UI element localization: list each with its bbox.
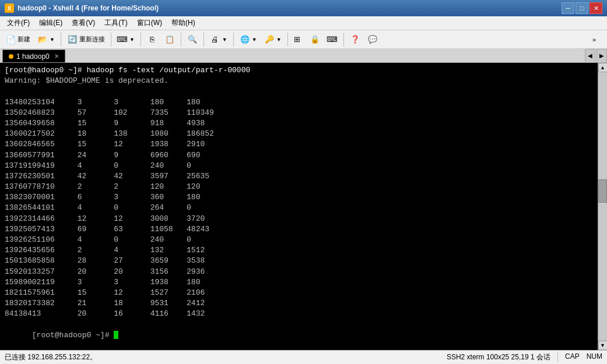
copy-button[interactable] — [144, 32, 160, 47]
tab-bar: 1 hadoop0 ✕ ◀ ▶ — [0, 49, 607, 63]
cmd-icon — [117, 34, 128, 45]
data-line-0: 13480253104 3 3 180 180 — [5, 97, 593, 108]
main-content: [root@hadoop0 ~]# hadoop fs -text /outpu… — [0, 63, 607, 350]
tab-nav-left: ◀ — [585, 49, 595, 62]
toolbar-separator-2 — [111, 33, 111, 47]
find-button[interactable] — [184, 32, 201, 47]
new-button[interactable]: 新建 — [2, 32, 33, 47]
open-button[interactable]: ▼ — [34, 32, 58, 47]
menu-help[interactable]: 帮助(H) — [167, 17, 200, 29]
new-icon — [5, 34, 16, 45]
command-line: [root@hadoop0 ~]# hadoop fs -text /outpu… — [5, 65, 593, 76]
menu-edit[interactable]: 编辑(E) — [34, 17, 67, 29]
prompt-line: [root@hadoop0 ~]# — [5, 320, 593, 351]
reconnect-button[interactable]: 重新连接 — [64, 32, 108, 47]
key-icon — [264, 34, 275, 45]
tab-hadoop0[interactable]: 1 hadoop0 ✕ — [2, 50, 65, 62]
terminal[interactable]: [root@hadoop0 ~]# hadoop fs -text /outpu… — [0, 63, 598, 350]
find-icon — [187, 34, 198, 45]
toolbar-separator-3 — [141, 33, 141, 47]
data-line-7: 13726230501 42 42 3597 25635 — [5, 171, 593, 182]
new-label: 新建 — [17, 35, 30, 44]
key-dropdown: ▼ — [276, 37, 282, 43]
menu-file[interactable]: 文件(F) — [2, 17, 34, 29]
maximize-button[interactable]: □ — [576, 2, 588, 14]
open-dropdown-icon: ▼ — [50, 37, 55, 43]
data-line-5: 13660577991 24 9 6960 690 — [5, 150, 593, 161]
toolbar-separator-1 — [61, 33, 61, 47]
data-line-15: 15013685858 28 27 3659 3538 — [5, 256, 593, 266]
data-line-6: 13719199419 4 0 240 0 — [5, 161, 593, 171]
chat-icon — [367, 34, 378, 45]
toolbar-more-button[interactable]: » — [590, 32, 605, 47]
data-line-8: 13760778710 2 2 120 120 — [5, 182, 593, 192]
print-icon — [210, 34, 220, 45]
chat-button[interactable] — [364, 32, 381, 47]
data-line-13: 13926251106 4 0 240 0 — [5, 235, 593, 245]
scrollbar[interactable]: ▲ ▼ — [598, 63, 607, 350]
data-line-2: 13560439658 15 9 918 4938 — [5, 118, 593, 129]
menu-tools[interactable]: 工具(T) — [100, 17, 132, 29]
data-line-19: 18320173382 21 18 9531 2412 — [5, 298, 593, 309]
tab-indicator — [9, 54, 13, 59]
toolbar-separator-6 — [233, 33, 234, 47]
minimize-button[interactable]: ─ — [562, 2, 574, 14]
keyboard-icon: ⌨ — [327, 35, 338, 44]
cmd-dropdown: ▼ — [129, 37, 135, 43]
toolbar-separator-8 — [343, 33, 344, 47]
lock-button[interactable]: 🔒 — [307, 32, 322, 47]
tab-close-button[interactable]: ✕ — [54, 53, 59, 59]
lock-icon: 🔒 — [310, 35, 320, 44]
data-line-20: 84138413 20 16 4116 1432 — [5, 309, 593, 319]
tab-scroll-right[interactable]: ▶ — [597, 49, 607, 63]
caps-indicator: CAP — [565, 352, 580, 362]
data-line-14: 13926435656 2 4 132 1512 — [5, 245, 593, 256]
print-button[interactable]: ▼ — [207, 32, 230, 47]
data-line-9: 13823070001 6 3 360 180 — [5, 192, 593, 203]
help-button[interactable] — [347, 32, 363, 47]
title-bar: X hadoop0 - Xshell 4 (Free for Home/Scho… — [0, 0, 607, 16]
data-line-16: 15920133257 20 20 3156 2936 — [5, 267, 593, 277]
help-icon — [350, 34, 360, 45]
scroll-up-button[interactable]: ▲ — [598, 63, 608, 72]
paste-button[interactable] — [162, 32, 178, 47]
window-controls: ─ □ ✕ — [562, 2, 602, 14]
toolbar-separator-5 — [203, 33, 204, 47]
keyboard-button[interactable]: ⌨ — [324, 32, 341, 47]
toolbar-separator-4 — [181, 33, 181, 47]
window-title: hadoop0 - Xshell 4 (Free for Home/School… — [17, 4, 159, 12]
data-line-11: 13922314466 12 12 3008 3720 — [5, 214, 593, 224]
scroll-thumb[interactable] — [598, 179, 607, 203]
scroll-down-button[interactable]: ▼ — [598, 341, 608, 350]
status-right: SSH2 xterm 100x25 25,19 1 会话 CAP NUM — [447, 352, 602, 362]
status-separator — [557, 352, 558, 362]
close-button[interactable]: ✕ — [590, 2, 602, 14]
key-button[interactable]: ▼ — [261, 32, 285, 47]
menu-bar: 文件(F) 编辑(E) 查看(V) 工具(T) 窗口(W) 帮助(H) — [0, 16, 607, 30]
data-line-12: 13925057413 69 63 11058 48243 — [5, 224, 593, 235]
menu-window[interactable]: 窗口(W) — [132, 17, 167, 29]
globe-button[interactable]: ▼ — [237, 32, 260, 47]
connection-status: 已连接 192.168.255.132:22。 — [5, 352, 97, 362]
title-bar-left: X hadoop0 - Xshell 4 (Free for Home/Scho… — [5, 3, 159, 13]
reconnect-label: 重新连接 — [79, 35, 105, 44]
settings-button[interactable]: ⊞ — [291, 32, 306, 47]
more-icon: » — [592, 36, 596, 43]
globe-dropdown: ▼ — [252, 37, 257, 43]
reconnect-icon — [67, 34, 78, 45]
copy-icon — [147, 34, 157, 45]
tab-label: 1 hadoop0 — [16, 52, 50, 61]
data-line-17: 15989002119 3 3 1938 180 — [5, 277, 593, 288]
cmd-button[interactable]: ▼ — [114, 32, 138, 47]
print-dropdown: ▼ — [222, 37, 227, 43]
toolbar: 新建 ▼ 重新连接 ▼ ▼ ▼ ▼ ⊞ 🔒 ⌨ — [0, 30, 607, 49]
num-indicator: NUM — [587, 352, 602, 362]
toolbar-separator-7 — [287, 33, 288, 47]
data-line-4: 13602846565 15 12 1938 2910 — [5, 139, 593, 150]
paste-icon — [164, 34, 175, 45]
status-bar: 已连接 192.168.255.132:22。 SSH2 xterm 100x2… — [0, 350, 607, 364]
tab-scroll-left[interactable]: ◀ — [585, 49, 595, 63]
globe-icon — [240, 34, 250, 45]
menu-view[interactable]: 查看(V) — [67, 17, 100, 29]
scroll-track[interactable] — [598, 72, 607, 341]
